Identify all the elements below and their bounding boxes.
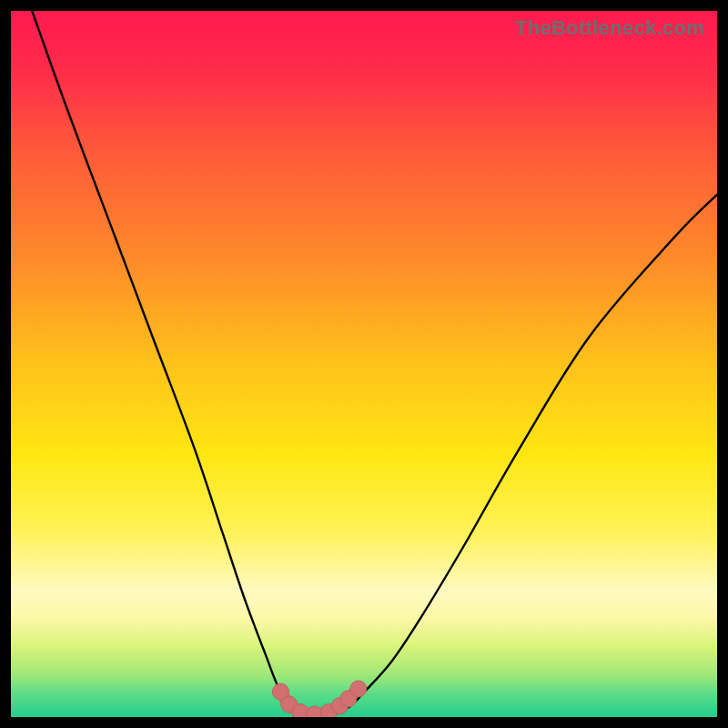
- plot-area: TheBottleneck.com: [11, 11, 717, 717]
- bottleneck-curve-path: [32, 11, 717, 714]
- chart-frame: TheBottleneck.com: [0, 0, 728, 728]
- trough-marker: [350, 681, 367, 697]
- trough-markers-group: [272, 681, 366, 717]
- curve-layer: [11, 11, 717, 717]
